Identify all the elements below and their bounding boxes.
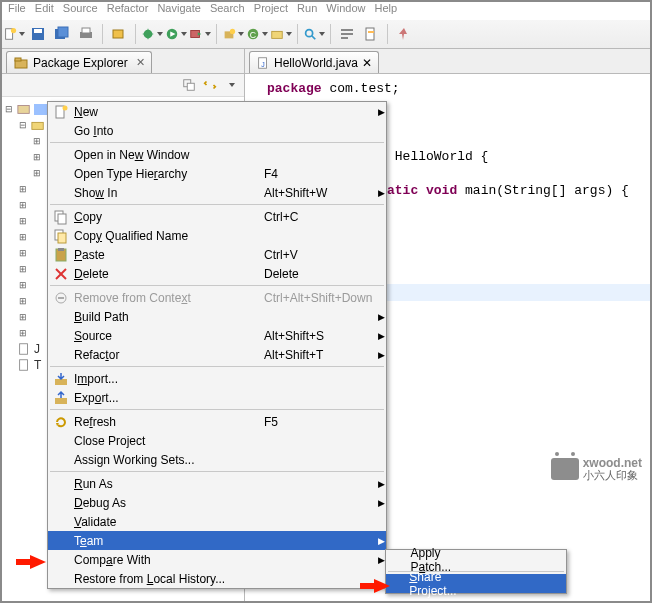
ctx-item-debug-as[interactable]: Debug As▶: [48, 493, 386, 512]
ctx-item-copy[interactable]: CopyCtrl+C: [48, 207, 386, 226]
svg-rect-29: [187, 83, 194, 90]
team-submenu[interactable]: Apply Patch...Share Project...: [385, 549, 567, 594]
svg-rect-23: [341, 37, 348, 39]
svg-text:C: C: [250, 30, 256, 40]
menu-separator: [50, 471, 384, 472]
new-class-button[interactable]: C: [246, 23, 268, 45]
package-icon: [13, 55, 29, 71]
menu-window[interactable]: Window: [326, 2, 365, 14]
new-package-button[interactable]: [222, 23, 244, 45]
ctx-item-paste[interactable]: PasteCtrl+V: [48, 245, 386, 264]
new-wizard-button[interactable]: [3, 23, 25, 45]
submenu-arrow-icon: ▶: [376, 107, 386, 117]
menu-item-label: Open Type Hierarchy: [74, 167, 264, 181]
menu-item-icon: [48, 104, 74, 120]
ctx-item-new[interactable]: New▶: [48, 102, 386, 121]
package-explorer-tab[interactable]: Package Explorer ✕: [6, 51, 152, 73]
menu-refactor[interactable]: Refactor: [107, 2, 149, 14]
pin-button[interactable]: [393, 23, 415, 45]
ctx-item-copy-qualified-name[interactable]: Copy Qualified Name: [48, 226, 386, 245]
editor-tab[interactable]: J HelloWorld.java ✕: [249, 51, 379, 73]
submenu-arrow-icon: ▶: [376, 188, 386, 198]
submenu-item-apply-patch-[interactable]: Apply Patch...: [386, 550, 566, 569]
build-button[interactable]: [108, 23, 130, 45]
link-editor-button[interactable]: [201, 76, 219, 94]
ctx-item-go-into[interactable]: Go Into: [48, 121, 386, 140]
ctx-item-build-path[interactable]: Build Path▶: [48, 307, 386, 326]
toggle-mark-button[interactable]: [360, 23, 382, 45]
ctx-item-compare-with[interactable]: Compare With▶: [48, 550, 386, 569]
run-last-button[interactable]: [189, 23, 211, 45]
menu-run[interactable]: Run: [297, 2, 317, 14]
menu-item-icon: [48, 209, 74, 225]
ctx-item-remove-from-context[interactable]: Remove from ContextCtrl+Alt+Shift+Down: [48, 288, 386, 307]
svg-rect-32: [20, 344, 28, 355]
menu-edit[interactable]: Edit: [35, 2, 54, 14]
svg-rect-24: [366, 28, 374, 40]
ctx-item-import-[interactable]: Import...: [48, 369, 386, 388]
run-button[interactable]: [165, 23, 187, 45]
ctx-item-restore-from-local-history-[interactable]: Restore from Local History...: [48, 569, 386, 588]
menu-item-icon: [48, 290, 74, 306]
ctx-item-team[interactable]: Team▶: [48, 531, 386, 550]
svg-point-1: [11, 28, 16, 33]
menu-item-icon: [48, 228, 74, 244]
save-all-button[interactable]: [51, 23, 73, 45]
menu-item-accelerator: F5: [264, 415, 376, 429]
ctx-item-validate[interactable]: Validate: [48, 512, 386, 531]
context-menu[interactable]: New▶Go IntoOpen in New WindowOpen Type H…: [47, 101, 387, 589]
new-folder-button[interactable]: [270, 23, 292, 45]
debug-button[interactable]: [141, 23, 163, 45]
ctx-item-show-in[interactable]: Show InAlt+Shift+W▶: [48, 183, 386, 202]
menu-help[interactable]: Help: [375, 2, 398, 14]
menu-item-label: Team: [74, 534, 264, 548]
svg-rect-21: [341, 29, 353, 31]
menu-item-label: Debug As: [74, 496, 264, 510]
main-toolbar: C: [2, 20, 650, 49]
file-icon: [17, 358, 31, 372]
ctx-item-refactor[interactable]: RefactorAlt+Shift+T▶: [48, 345, 386, 364]
annotation-arrow-icon: [30, 555, 46, 569]
ctx-item-refresh[interactable]: RefreshF5: [48, 412, 386, 431]
project-icon: [17, 102, 31, 116]
ctx-item-close-project[interactable]: Close Project: [48, 431, 386, 450]
menu-project[interactable]: Project: [254, 2, 288, 14]
menu-navigate[interactable]: Navigate: [157, 2, 200, 14]
ctx-item-assign-working-sets-[interactable]: Assign Working Sets...: [48, 450, 386, 469]
search-button[interactable]: [303, 23, 325, 45]
menu-item-label: Refactor: [74, 348, 264, 362]
toggle-breadcrumb-button[interactable]: [336, 23, 358, 45]
svg-rect-30: [18, 106, 29, 114]
submenu-arrow-icon: ▶: [376, 331, 386, 341]
package-explorer-toolbar: [2, 74, 244, 97]
java-file-icon: J: [256, 56, 270, 70]
svg-rect-3: [34, 29, 42, 33]
ctx-item-export-[interactable]: Export...: [48, 388, 386, 407]
menu-item-label: New: [74, 105, 264, 119]
ctx-item-open-type-hierarchy[interactable]: Open Type HierarchyF4: [48, 164, 386, 183]
ctx-item-open-in-new-window[interactable]: Open in New Window: [48, 145, 386, 164]
menu-source[interactable]: Source: [63, 2, 98, 14]
svg-rect-25: [368, 31, 374, 33]
menu-item-label: Copy Qualified Name: [74, 229, 264, 243]
close-editor-tab-icon[interactable]: ✕: [362, 56, 372, 70]
save-button[interactable]: [27, 23, 49, 45]
menu-search[interactable]: Search: [210, 2, 245, 14]
menu-item-label: Compare With: [74, 553, 264, 567]
view-menu-button[interactable]: [222, 76, 240, 94]
menu-file[interactable]: File: [8, 2, 26, 14]
close-tab-icon[interactable]: ✕: [136, 56, 145, 69]
collapse-all-button[interactable]: [180, 76, 198, 94]
menu-bar[interactable]: File Edit Source Refactor Navigate Searc…: [2, 2, 650, 20]
svg-point-15: [230, 29, 235, 34]
submenu-item-share-project-[interactable]: Share Project...: [386, 574, 566, 593]
menu-item-label: Build Path: [74, 310, 264, 324]
menu-separator: [50, 285, 384, 286]
menu-item-label: Assign Working Sets...: [74, 453, 264, 467]
ctx-item-run-as[interactable]: Run As▶: [48, 474, 386, 493]
ctx-item-delete[interactable]: DeleteDelete: [48, 264, 386, 283]
svg-rect-5: [58, 27, 68, 37]
print-button[interactable]: [75, 23, 97, 45]
svg-rect-41: [58, 233, 66, 243]
ctx-item-source[interactable]: SourceAlt+Shift+S▶: [48, 326, 386, 345]
